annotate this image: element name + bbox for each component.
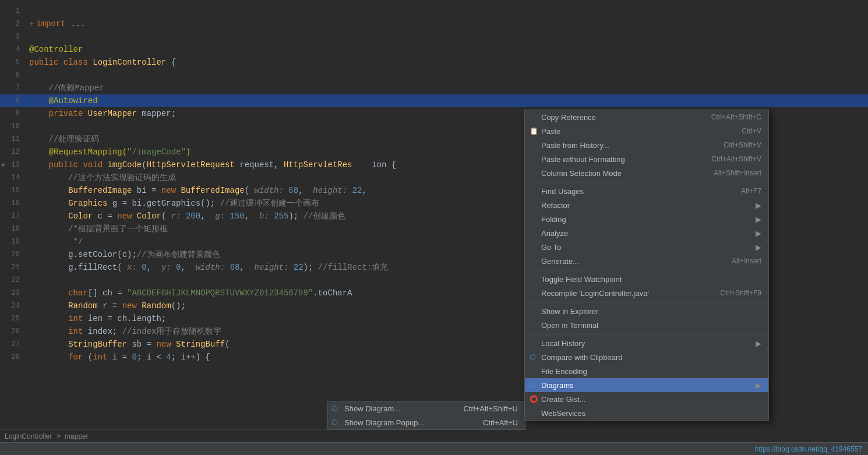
gist-icon: ⭕: [530, 395, 538, 403]
breadcrumb-item: mapper: [65, 432, 89, 440]
menu-label: Create Gist...: [541, 395, 586, 404]
menu-item-column-selection[interactable]: Column Selection Mode Alt+Shift+Insert: [525, 166, 768, 180]
code-line: 4 @Controller: [0, 43, 868, 56]
menu-shortcut: Alt+Insert: [732, 257, 761, 265]
menu-item-webservices[interactable]: WebServices: [525, 406, 768, 420]
menu-item-compare-clipboard[interactable]: ⬡ Compare with Clipboard: [525, 350, 768, 364]
menu-item-open-terminal[interactable]: Open in Terminal: [525, 318, 768, 332]
submenu-arrow: ▶: [756, 201, 761, 210]
menu-shortcut: Alt+Shift+Insert: [714, 169, 761, 177]
menu-item-refactor[interactable]: Refactor ▶: [525, 198, 768, 212]
menu-label: Paste from History...: [541, 141, 609, 150]
menu-label: Open in Terminal: [541, 321, 598, 330]
menu-label: Analyze: [541, 229, 568, 238]
code-line: 1: [0, 5, 868, 17]
inline-shortcut: Ctrl+Alt+U: [483, 418, 518, 427]
menu-separator: [525, 302, 768, 302]
menu-item-show-in-explorer[interactable]: Show in Explorer: [525, 304, 768, 318]
breadcrumb-text: LoginController: [5, 432, 52, 440]
menu-shortcut: Ctrl+Alt+Shift+V: [711, 155, 761, 163]
menu-label: Go To: [541, 243, 561, 252]
menu-label: Generate...: [541, 257, 579, 266]
menu-separator: [525, 334, 768, 334]
menu-item-create-gist[interactable]: ⭕ Create Gist...: [525, 392, 768, 406]
submenu-arrow: ▶: [756, 243, 761, 252]
code-line: 3: [0, 30, 868, 43]
menu-item-recompile[interactable]: Recompile 'LoginController.java' Ctrl+Sh…: [525, 286, 768, 300]
diagram-icon: ⬡: [331, 404, 337, 412]
menu-shortcut: Ctrl+Alt+Shift+C: [711, 113, 761, 121]
submenu-arrow: ▶: [756, 229, 761, 238]
code-line: 7 //依赖Mapper: [0, 82, 868, 94]
diagram-popup-icon: ⬡: [331, 418, 337, 426]
menu-item-local-history[interactable]: Local History ▶: [525, 336, 768, 350]
menu-item-diagrams[interactable]: ⬡ Diagrams ▶: [525, 378, 768, 392]
menu-item-paste-no-format[interactable]: Paste without Formatting Ctrl+Alt+Shift+…: [525, 152, 768, 166]
menu-label: WebServices: [541, 409, 585, 418]
show-diagram-popup-item[interactable]: ⬡ Show Diagram Popup... Ctrl+Alt+U: [328, 415, 525, 429]
code-line: 5 public class LoginController {: [0, 56, 868, 69]
menu-shortcut: Ctrl+Shift+F9: [720, 289, 761, 297]
menu-item-goto[interactable]: Go To ▶: [525, 240, 768, 254]
inline-shortcut: Ctrl+Alt+Shift+U: [463, 404, 518, 413]
submenu-arrow: ▶: [756, 215, 761, 224]
paste-icon: 📋: [530, 127, 538, 135]
menu-shortcut: Ctrl+V: [742, 127, 761, 135]
menu-shortcut: Alt+F7: [741, 187, 761, 195]
fold-icon[interactable]: +: [29, 17, 34, 30]
menu-label: Paste: [541, 127, 560, 136]
menu-label: Compare with Clipboard: [541, 353, 622, 362]
show-diagram-item[interactable]: ⬡ Show Diagram... Ctrl+Alt+Shift+U: [328, 401, 525, 415]
menu-label: Paste without Formatting: [541, 155, 625, 164]
submenu-arrow: ▶: [756, 381, 761, 390]
menu-label: Local History: [541, 339, 585, 348]
inline-label: Show Diagram Popup...: [344, 418, 424, 427]
menu-item-find-usages[interactable]: Find Usages Alt+F7: [525, 184, 768, 198]
menu-shortcut: Ctrl+Shift+V: [724, 141, 761, 149]
menu-label: Recompile 'LoginController.java': [541, 289, 649, 298]
menu-item-generate[interactable]: Generate... Alt+Insert: [525, 254, 768, 268]
menu-item-paste-history[interactable]: Paste from History... Ctrl+Shift+V: [525, 138, 768, 152]
menu-separator: [525, 270, 768, 270]
menu-label: Diagrams: [541, 381, 574, 390]
submenu-arrow: ▶: [756, 339, 761, 348]
code-line: 2 + import ...: [0, 17, 868, 30]
menu-item-toggle-watchpoint[interactable]: Toggle Field Watchpoint: [525, 272, 768, 286]
menu-item-file-encoding[interactable]: File Encoding: [525, 364, 768, 378]
menu-item-analyze[interactable]: Analyze ▶: [525, 226, 768, 240]
menu-label: Column Selection Mode: [541, 169, 622, 178]
compare-icon: ⬡: [530, 353, 535, 361]
menu-label: Refactor: [541, 201, 570, 210]
menu-label: Toggle Field Watchpoint: [541, 275, 622, 284]
menu-label: Show in Explorer: [541, 307, 598, 316]
status-bar: https://blog.csdn.net/qq_41946557: [0, 442, 868, 455]
breadcrumb-separator: >: [54, 432, 62, 440]
menu-label: Copy Reference: [541, 113, 596, 122]
show-diagram-popup: ⬡ Show Diagram... Ctrl+Alt+Shift+U ⬡ Sho…: [327, 401, 525, 430]
code-line: 8 @Autowired: [0, 94, 868, 107]
menu-label: Folding: [541, 215, 566, 224]
menu-separator: [525, 182, 768, 182]
inline-label: Show Diagram...: [344, 404, 400, 413]
breadcrumb: LoginController > mapper: [0, 429, 524, 442]
code-line: 6: [0, 69, 868, 82]
menu-label: File Encoding: [541, 367, 587, 376]
menu-label: Find Usages: [541, 187, 584, 196]
context-menu: Copy Reference Ctrl+Alt+Shift+C 📋 Paste …: [524, 110, 769, 421]
diagrams-icon: ⬡: [530, 381, 535, 389]
menu-item-paste[interactable]: 📋 Paste Ctrl+V: [525, 124, 768, 138]
menu-item-copy-reference[interactable]: Copy Reference Ctrl+Alt+Shift+C: [525, 110, 768, 124]
status-link[interactable]: https://blog.csdn.net/qq_41946557: [755, 445, 862, 453]
menu-item-folding[interactable]: Folding ▶: [525, 212, 768, 226]
